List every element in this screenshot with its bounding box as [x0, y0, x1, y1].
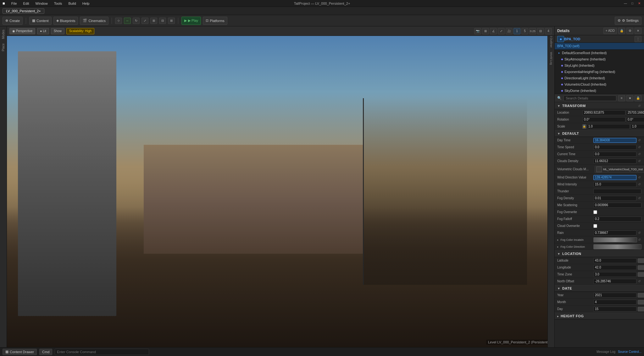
rotation-y-input[interactable]	[626, 117, 644, 122]
year-input[interactable]	[593, 293, 636, 298]
transform-tool[interactable]: ⊞	[150, 18, 157, 24]
fog-overwrite-checkbox[interactable]	[593, 210, 597, 214]
lock-details-btn[interactable]: 🔒	[618, 28, 625, 34]
section-date[interactable]: ▼ DATE	[555, 285, 644, 292]
left-tab-modes[interactable]: Modes	[1, 28, 6, 41]
left-tab-place[interactable]: Place	[1, 42, 6, 53]
vol-clouds-asset[interactable]: ML_VolumetricCloud_TOD_Inst ▼	[595, 166, 644, 173]
close-details-btn[interactable]: ✕	[635, 28, 641, 34]
fog-color-direction-row[interactable]: ▸ Fog Color Direction	[555, 243, 644, 250]
time-zone-slider[interactable]	[638, 272, 644, 277]
scalability-toggle[interactable]: Scalability: High	[66, 28, 94, 34]
scale-x-input[interactable]	[587, 124, 630, 129]
tree-item-skylight[interactable]: ◆ SkyLight (Inherited)	[555, 62, 644, 69]
perspective-toggle[interactable]: ◉ Perspective	[9, 28, 35, 34]
menu-build[interactable]: Build	[67, 2, 77, 5]
clouds-density-input[interactable]	[593, 159, 636, 164]
blueprints-button[interactable]: ◈ Blueprints	[53, 17, 78, 25]
day-input[interactable]	[593, 307, 636, 312]
fog-color-direction-swatch[interactable]	[593, 244, 641, 249]
settings-button[interactable]: ⚙ ⚙ Settings	[615, 17, 641, 25]
time-zone-input[interactable]	[593, 272, 636, 277]
select-tool[interactable]: ⊹	[115, 18, 122, 24]
console-input[interactable]	[55, 349, 149, 355]
tree-item-vol-cloud[interactable]: ◆ VolumetricCloud (Inherited)	[555, 81, 644, 88]
main-viewport[interactable]: Level LV_000_Persistent_2 (Persistent)	[7, 36, 554, 347]
day-time-input[interactable]	[593, 138, 636, 143]
content-button[interactable]: ▦ Content	[29, 17, 52, 25]
cinematics-button[interactable]: 🎬 Cinematics	[80, 17, 108, 25]
day-time-reset[interactable]: ↺	[637, 138, 641, 143]
wind-intensity-input[interactable]	[593, 182, 636, 187]
time-speed-reset[interactable]: ↺	[637, 145, 641, 150]
create-button[interactable]: ⊕ Create	[3, 17, 23, 25]
section-height-fog[interactable]: ▸ HEIGHT FOG	[555, 313, 644, 319]
mie-scattering-input[interactable]	[593, 203, 641, 208]
scale-tool[interactable]: ⤢	[142, 18, 148, 24]
thunder-input[interactable]	[593, 189, 641, 194]
fog-density-reset[interactable]: ↺	[637, 196, 641, 201]
tree-item-exp-fog[interactable]: ◆ ExponentialHeightFog (Inherited)	[555, 69, 644, 75]
vp-scale-025[interactable]: 0.25	[529, 28, 536, 34]
lit-toggle[interactable]: ● Lit	[37, 28, 49, 34]
scale-y-input[interactable]	[630, 124, 644, 129]
wind-intensity-reset[interactable]: ↺	[637, 182, 641, 187]
world-log-tab[interactable]: World Log	[549, 50, 553, 67]
vp-option[interactable]: 4	[545, 28, 552, 34]
latitude-slider[interactable]	[638, 258, 644, 263]
component-icon-btn[interactable]: ◆	[557, 36, 564, 42]
maximize-button[interactable]: □	[630, 1, 635, 6]
grid-snap-btn[interactable]: ⊞	[482, 28, 489, 34]
add-component-button[interactable]: + ADD	[603, 28, 617, 34]
transform-reset-btn[interactable]: ↺	[637, 104, 641, 108]
minimize-button[interactable]: —	[623, 1, 628, 6]
location-y-input[interactable]	[626, 110, 644, 115]
fog-density-input[interactable]	[593, 196, 636, 201]
vp-mode-1[interactable]: 1	[514, 28, 520, 34]
vp-mode-2[interactable]: 5	[521, 28, 528, 34]
fog-falloff-input[interactable]	[593, 217, 641, 222]
platforms-button[interactable]: ⊡ Platforms	[203, 17, 227, 25]
menu-tools[interactable]: Tools	[53, 2, 64, 5]
move-tool[interactable]: ↔	[124, 18, 131, 24]
filter-details-btn[interactable]: ⚙	[626, 28, 633, 34]
month-input[interactable]	[593, 300, 636, 305]
rotate-tool[interactable]: ↻	[133, 18, 140, 24]
camera-speed-btn[interactable]: 🎥	[506, 28, 513, 34]
fog-color-incatein-swatch[interactable]	[593, 237, 637, 242]
rotation-x-input[interactable]	[582, 117, 625, 122]
current-time-reset[interactable]: ↺	[637, 152, 641, 156]
fog-color-incatein-reset[interactable]: ↺	[637, 238, 641, 242]
close-button[interactable]: ✕	[637, 1, 641, 6]
wind-direction-reset[interactable]: ↺	[637, 175, 641, 180]
clouds-density-reset[interactable]: ↺	[637, 159, 641, 163]
north-offset-reset[interactable]: ↺	[637, 279, 641, 284]
tree-item-root[interactable]: ▸ DefaultSceneRoot (Inherited)	[555, 50, 644, 56]
menu-edit[interactable]: Edit	[22, 2, 31, 5]
section-location[interactable]: ▼ LOCATION	[555, 250, 644, 257]
tree-item-dir-light[interactable]: ◆ DirectionalLight (Inherited)	[555, 75, 644, 81]
year-slider[interactable]	[638, 293, 644, 297]
play-button[interactable]: ▶ ▶ Play	[181, 17, 201, 25]
month-slider[interactable]	[638, 300, 644, 304]
vp-layout[interactable]: ⊟	[537, 28, 544, 34]
time-speed-input[interactable]	[593, 145, 636, 150]
angle-snap-btn[interactable]: ∠	[490, 28, 497, 34]
longitude-input[interactable]	[593, 265, 636, 270]
camera-icon-btn[interactable]: 📷	[474, 28, 481, 34]
tool-6[interactable]: ⊞	[168, 18, 175, 24]
rain-reset[interactable]: ↺	[637, 231, 641, 235]
scale-snap-btn[interactable]: ⤢	[498, 28, 505, 34]
search-lock-btn[interactable]: 🔒	[635, 95, 641, 101]
current-time-input[interactable]	[593, 152, 636, 157]
search-filter-btn[interactable]: ≡	[618, 95, 625, 101]
cmd-button[interactable]: Cmd	[39, 349, 52, 355]
cloud-overwrite-checkbox[interactable]	[593, 224, 597, 228]
day-slider[interactable]	[638, 307, 644, 311]
fog-color-incatein-row[interactable]: ▸ Fog Color Incatein ↺	[555, 236, 644, 243]
component-opts-btn[interactable]: ⋮	[635, 36, 641, 42]
north-offset-input[interactable]	[593, 279, 636, 284]
tree-item-sky-dome[interactable]: ◆ SkyDome (Inherited)	[555, 88, 644, 94]
tab-active[interactable]: LV_000_Persistent_2+	[3, 8, 44, 14]
menu-help[interactable]: Help	[81, 2, 91, 5]
